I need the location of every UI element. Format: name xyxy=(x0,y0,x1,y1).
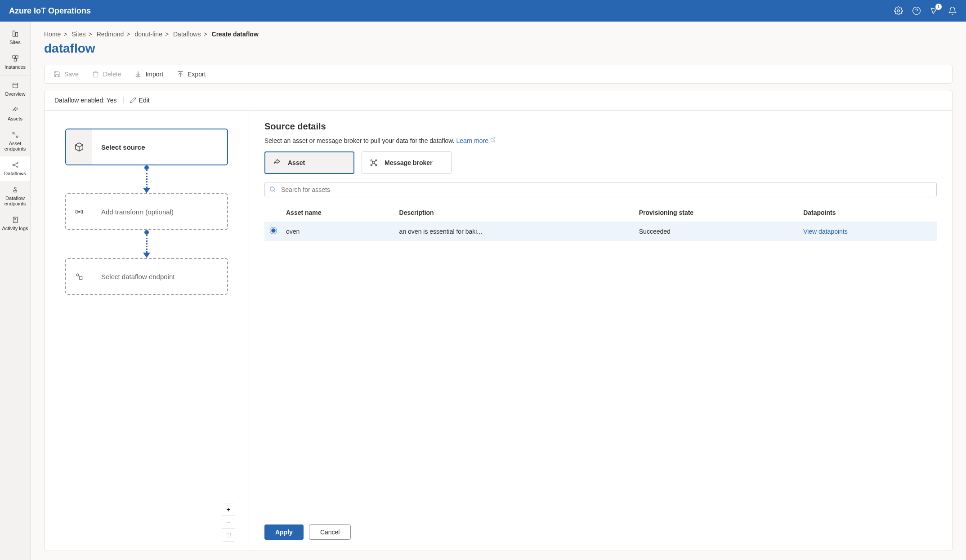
breadcrumb-redmond[interactable]: Redmond xyxy=(97,31,124,38)
svg-rect-5 xyxy=(13,56,15,58)
row-radio[interactable] xyxy=(270,227,277,234)
svg-point-46 xyxy=(270,187,274,191)
sidebar-label: Activity logs xyxy=(2,226,28,231)
app-title: Azure IoT Operations xyxy=(9,6,91,16)
instances-icon xyxy=(11,54,19,62)
apply-button[interactable]: Apply xyxy=(264,524,304,540)
notification-badge: 1 xyxy=(935,4,942,10)
enabled-row: Dataflow enabled: Yes Edit xyxy=(45,90,952,111)
endpoint-node[interactable]: Select dataflow endpoint xyxy=(65,258,228,295)
search-input[interactable] xyxy=(264,182,937,197)
svg-rect-7 xyxy=(14,59,16,61)
asset-type-card[interactable]: Asset xyxy=(264,151,354,174)
svg-point-1 xyxy=(913,7,921,15)
svg-point-0 xyxy=(898,10,900,12)
delete-button: Delete xyxy=(92,71,121,78)
cell-name: oven xyxy=(282,222,396,241)
save-button: Save xyxy=(54,71,79,78)
sidebar-label: Asset endpoints xyxy=(2,141,28,151)
svg-rect-3 xyxy=(13,31,15,36)
svg-point-32 xyxy=(78,211,80,212)
feedback-icon[interactable]: 1 xyxy=(930,6,939,15)
sidebar-item-overview[interactable]: Overview xyxy=(0,77,30,102)
import-icon xyxy=(134,71,142,78)
svg-rect-8 xyxy=(13,83,18,88)
sidebar-item-dataflows[interactable]: Dataflows xyxy=(0,156,30,181)
svg-point-38 xyxy=(371,160,372,161)
dataflows-icon xyxy=(11,161,19,169)
svg-line-45 xyxy=(375,164,376,164)
sidebar-item-asset-endpoints[interactable]: Asset endpoints xyxy=(0,126,30,156)
breadcrumb-dataflows[interactable]: Dataflows xyxy=(173,31,201,38)
details-panel: Source details Select an asset or messag… xyxy=(249,111,952,551)
transform-node-label: Add transform (optional) xyxy=(92,208,174,216)
col-description: Description xyxy=(396,204,635,222)
asset-search xyxy=(264,182,937,197)
edit-link[interactable]: Edit xyxy=(123,97,150,104)
sidebar-label: Overview xyxy=(5,91,26,97)
import-button[interactable]: Import xyxy=(134,71,163,78)
dataflow-endpoints-icon xyxy=(11,186,19,194)
header-actions: 1 xyxy=(894,6,957,15)
breadcrumb-donut-line[interactable]: donut-line xyxy=(134,31,162,38)
bell-icon[interactable] xyxy=(948,6,957,15)
overview-icon xyxy=(11,81,19,89)
svg-rect-31 xyxy=(81,210,82,213)
toolbar: Save Delete Import Export xyxy=(44,65,953,84)
svg-line-36 xyxy=(492,138,495,141)
dataflow-canvas: Select source Add transform (optional) xyxy=(45,111,249,551)
svg-line-44 xyxy=(372,164,373,164)
svg-line-12 xyxy=(14,133,16,136)
zoom-out-button[interactable]: − xyxy=(222,516,235,529)
svg-line-42 xyxy=(372,161,373,162)
sidebar-item-sites[interactable]: Sites xyxy=(0,25,30,50)
asset-card-icon xyxy=(273,158,282,167)
sites-icon xyxy=(11,30,19,38)
table-row[interactable]: oven an oven is essential for baki... Su… xyxy=(264,222,937,241)
svg-point-13 xyxy=(13,164,14,166)
svg-rect-6 xyxy=(15,56,18,58)
sidebar-item-assets[interactable]: Assets xyxy=(0,102,30,126)
assets-icon xyxy=(11,106,19,114)
sidebar-item-activity-logs[interactable]: Activity logs xyxy=(0,211,30,236)
svg-point-40 xyxy=(371,164,372,166)
search-icon xyxy=(269,186,276,193)
delete-icon xyxy=(92,71,99,78)
view-datapoints-link[interactable]: View datapoints xyxy=(803,228,848,235)
breadcrumb-current: Create dataflow xyxy=(212,31,259,38)
asset-endpoints-icon xyxy=(11,131,19,139)
activity-logs-icon xyxy=(11,216,19,224)
endpoint-node-label: Select dataflow endpoint xyxy=(92,273,174,280)
transform-node[interactable]: Add transform (optional) xyxy=(65,193,228,230)
sidebar-item-instances[interactable]: Instances xyxy=(0,50,30,75)
source-type-selector: Asset Message broker xyxy=(264,151,937,174)
app-header: Azure IoT Operations 1 xyxy=(0,0,966,22)
svg-rect-19 xyxy=(13,190,17,192)
broker-type-card[interactable]: Message broker xyxy=(362,151,452,174)
breadcrumb-sites[interactable]: Sites xyxy=(72,31,85,38)
svg-line-47 xyxy=(274,191,275,192)
help-icon[interactable] xyxy=(912,6,921,15)
cell-description: an oven is essential for baki... xyxy=(396,222,635,241)
connector xyxy=(146,230,147,258)
page-title: dataflow xyxy=(44,41,953,56)
svg-rect-4 xyxy=(15,32,18,36)
settings-icon[interactable] xyxy=(894,6,903,15)
source-node-label: Select source xyxy=(92,143,145,151)
learn-more-link[interactable]: Learn more xyxy=(456,137,495,144)
source-node[interactable]: Select source xyxy=(65,129,228,165)
details-title: Source details xyxy=(264,121,937,132)
svg-line-17 xyxy=(13,165,17,167)
cancel-button[interactable]: Cancel xyxy=(309,524,351,540)
svg-line-16 xyxy=(13,164,17,165)
export-button[interactable]: Export xyxy=(177,71,206,78)
zoom-in-button[interactable]: + xyxy=(222,503,235,516)
breadcrumb-home[interactable]: Home xyxy=(44,31,61,38)
sidebar-item-dataflow-endpoints[interactable]: Dataflow endpoints xyxy=(0,181,30,211)
endpoint-icon xyxy=(66,272,92,281)
transform-icon xyxy=(66,207,92,216)
zoom-fit-button[interactable]: ⬚ xyxy=(222,529,235,541)
col-datapoints: Datapoints xyxy=(800,204,937,222)
external-link-icon xyxy=(490,137,496,142)
sidebar-label: Dataflow endpoints xyxy=(2,196,28,206)
